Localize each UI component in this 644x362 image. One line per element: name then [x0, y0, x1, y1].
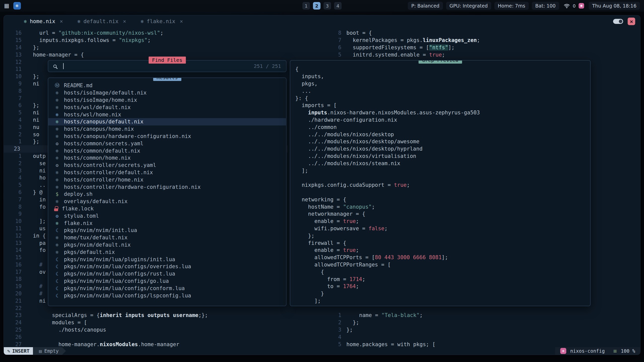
code-line[interactable]: ../../modules/nixos/desktop/hyprland	[295, 145, 590, 153]
code-line[interactable]: ../../modules/nixos/desktop/awesome	[295, 138, 590, 145]
theme-toggle[interactable]	[613, 19, 623, 24]
code-line[interactable]: to = 1764;	[295, 283, 590, 290]
result-item[interactable]: ❄hosts/common/home.nix	[48, 154, 286, 162]
code-line[interactable]: ];	[295, 297, 590, 305]
code-line[interactable]: wifi.powersave = false;	[295, 225, 590, 232]
pane-right-bottom[interactable]: 1 name = "Tela-black";2 };3};45home.pack…	[332, 312, 640, 347]
result-item[interactable]: flake.lock	[48, 205, 286, 212]
code-line[interactable]: 15 inputs.nixpkgs.follows = "nixpkgs";	[4, 37, 288, 44]
tab-close-icon[interactable]: ×	[60, 18, 63, 24]
code-line[interactable]: ../../modules/nixos/steam.nix	[295, 160, 590, 167]
result-item[interactable]: ❄hosts/canopus/hardware-configuration.ni…	[48, 133, 286, 140]
code-line[interactable]: };	[295, 232, 590, 239]
result-item[interactable]: ⚙stylua.toml	[48, 212, 286, 219]
window-close-button[interactable]: ×	[628, 18, 635, 25]
code-line[interactable]: allowedTCPPorts = [80 443 3000 6666 8081…	[295, 254, 590, 261]
result-item[interactable]: ❄home/tux/default.nix	[48, 234, 286, 241]
battery-module[interactable]: Bat: 100	[532, 2, 559, 10]
code-line[interactable]: inputs,	[295, 73, 590, 80]
code-line[interactable]: 16 url = "github:nix-community/nixos-wsl…	[4, 29, 288, 37]
result-item[interactable]: ❄hosts/controller/home.nix	[48, 176, 286, 183]
code-line[interactable]: 7 kernelPackages = pkgs.linuxPackages_ze…	[332, 37, 640, 44]
app-launcher-icon[interactable]: ▦	[4, 3, 9, 9]
result-item[interactable]: ☾pkgs/nvim/nvim/lua/configs/overrides.lu…	[48, 263, 286, 270]
code-line[interactable]: 27 home-manager.nixosModules.home-manage…	[4, 341, 288, 347]
code-line[interactable]: ../../modules/nixos/desktop	[295, 131, 590, 138]
result-item[interactable]: ❄overlays/default.nix	[48, 198, 286, 205]
tab-default.nix[interactable]: ❄default.nix×	[73, 17, 130, 26]
result-item[interactable]: ❄hosts/wsl/home.nix	[48, 111, 286, 118]
code-line[interactable]: firewall = {	[295, 239, 590, 247]
code-line[interactable]: 25 ./hosts/canopus	[4, 326, 288, 334]
result-item[interactable]: ❄hosts/isoImage/default.nix	[48, 89, 286, 97]
workspace-2[interactable]: 2	[313, 2, 320, 10]
code-line[interactable]: ...	[295, 87, 590, 95]
workspace-3[interactable]: 3	[324, 2, 331, 10]
result-item[interactable]: ❄hosts/common/default.nix	[48, 147, 286, 154]
result-item[interactable]: ❄hosts/canopus/default.nix	[48, 118, 286, 125]
code-line[interactable]: 13home-manager = {	[4, 51, 288, 58]
result-item[interactable]: ☾pkgs/nvim/nvim/lua/configs/lspconfig.lu…	[48, 292, 286, 299]
code-line[interactable]: 23 specialArgs = {inherit inputs outputs…	[4, 312, 288, 319]
result-item[interactable]: ☾pkgs/nvim/nvim/lua/plugins/init.lua	[48, 256, 286, 263]
result-item[interactable]: ⚙hosts/common/secrets.yaml	[48, 140, 286, 147]
code-line[interactable]: enable = true;	[295, 247, 590, 254]
code-line[interactable]: hostName = "canopus";	[295, 203, 590, 210]
code-line[interactable]: 5home.packages = with pkgs; [	[332, 341, 640, 347]
tab-close-icon[interactable]: ×	[180, 18, 183, 24]
code-line[interactable]: 8boot = {	[332, 29, 640, 37]
code-line[interactable]	[295, 174, 590, 182]
code-line[interactable]: 3};	[332, 326, 640, 334]
result-item[interactable]: ❄pkgs/nvim/default.nix	[48, 241, 286, 249]
code-line[interactable]: enable = true;	[295, 218, 590, 225]
tab-close-icon[interactable]: ×	[123, 18, 126, 24]
result-item[interactable]: ⓂREADME.md	[48, 82, 286, 89]
result-item[interactable]: ⚙hosts/controller/secrets.yaml	[48, 162, 286, 169]
screen-record-icon[interactable]	[579, 3, 584, 9]
code-line[interactable]: networking = {	[295, 196, 590, 203]
result-item[interactable]: ❄flake.nix	[48, 219, 286, 227]
code-line[interactable]: allowedTCPPortRanges = [	[295, 261, 590, 268]
notification-count[interactable]: 0	[573, 3, 576, 9]
wifi-icon[interactable]	[564, 4, 570, 8]
gpu-module[interactable]: GPU: Integrated	[446, 2, 491, 10]
code-line[interactable]: }	[295, 290, 590, 297]
code-line[interactable]: 26	[4, 333, 288, 341]
code-line[interactable]: ../common	[295, 123, 590, 131]
code-line[interactable]: 1 name = "Tela-black";	[332, 312, 640, 319]
result-item[interactable]: ☾pkgs/nvim/nvim/lua/configs/rust.lua	[48, 270, 286, 278]
code-line[interactable]: pkgs,	[295, 80, 590, 87]
code-line[interactable]: 2 };	[332, 319, 640, 326]
result-item[interactable]: $deploy.sh	[48, 191, 286, 198]
code-line[interactable]: 5 initrd.systemd.enable = true;	[332, 51, 640, 58]
result-item[interactable]: ☾pkgs/nvim/nvim/lua/configs/conform.lua	[48, 285, 286, 292]
code-line[interactable]: {	[295, 66, 590, 73]
power-profile-module[interactable]: P: Balanced	[408, 2, 443, 10]
pane-right-top[interactable]: 8boot = {7 kernelPackages = pkgs.linuxPa…	[332, 27, 640, 58]
code-line[interactable]: 4	[332, 333, 640, 341]
result-item[interactable]: ❄hosts/isoImage/home.nix	[48, 97, 286, 104]
result-item[interactable]: ❄hosts/canopus/home.nix	[48, 125, 286, 133]
code-line[interactable]: ./hardware-configuration.nix	[295, 116, 590, 124]
tab-flake.nix[interactable]: ❄flake.nix×	[137, 17, 187, 26]
clock-module[interactable]: Thu Aug 08, 18:16	[589, 2, 640, 10]
code-line[interactable]: {	[295, 268, 590, 276]
result-item[interactable]: ☾pkgs/nvim/nvim/lua/configs/go.lua	[48, 278, 286, 285]
result-item[interactable]: ❄hosts/controller/default.nix	[48, 169, 286, 176]
code-line[interactable]: imports = [	[295, 102, 590, 109]
ping-module[interactable]: Home: 7ms	[494, 2, 529, 10]
code-line[interactable]: from = 1714;	[295, 276, 590, 283]
code-line[interactable]: 6 supportedFilesystems = ["ntfs"];	[332, 44, 640, 51]
workspace-1[interactable]: 1	[302, 2, 310, 10]
code-line[interactable]: networkmanager = {	[295, 210, 590, 218]
workspace-4[interactable]: 4	[334, 2, 342, 10]
code-line[interactable]: ../../modules/nixos/virtualisation	[295, 153, 590, 160]
code-line[interactable]: inputs.nixos-hardware.nixosModules.asus-…	[295, 109, 590, 116]
code-line[interactable]	[295, 189, 590, 196]
result-item[interactable]: ❄hosts/controller/hardware-configuration…	[48, 183, 286, 191]
tab-home.nix[interactable]: ❄home.nix×	[20, 17, 67, 26]
code-line[interactable]: }: {	[295, 95, 590, 102]
code-line[interactable]: 24 modules = [	[4, 319, 288, 326]
nix-app-icon[interactable]: ❄	[13, 2, 21, 10]
search-input[interactable]	[63, 63, 64, 69]
